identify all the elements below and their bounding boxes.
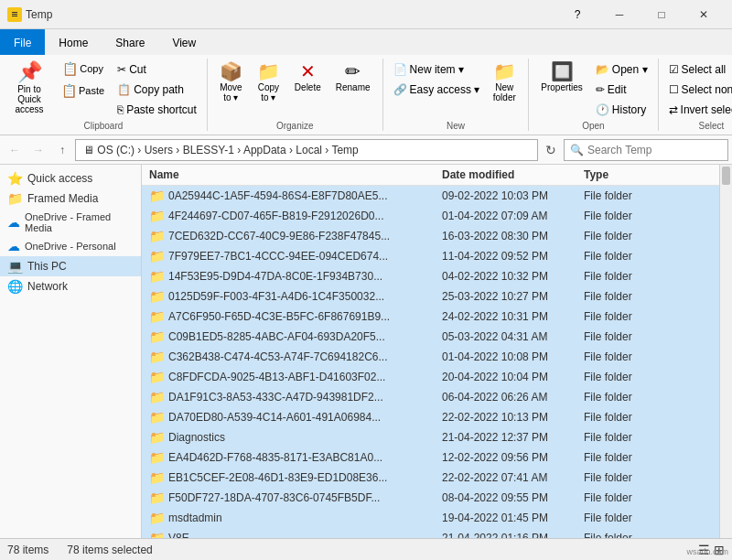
file-name: 7CED632D-CC67-40C9-9E86-F238F47845... <box>168 230 390 242</box>
table-row[interactable]: 📁 Diagnostics 21-04-2022 12:37 PM File f… <box>142 427 719 447</box>
file-rows: 📁 0A25944C-1A5F-4594-86S4-E8F7D80AE5... … <box>142 186 719 544</box>
back-button[interactable]: ← <box>4 139 26 161</box>
svg-rect-3 <box>12 12 17 13</box>
history-button[interactable]: 🕐 History <box>591 101 652 119</box>
table-row[interactable]: 📁 C8FDFCDA-9025-4B13-ABF1-D41603F02... 2… <box>142 367 719 387</box>
file-type: File folder <box>584 350 675 363</box>
new-label: New <box>447 119 465 131</box>
paste-shortcut-button[interactable]: ⎘ Paste shortcut <box>113 101 201 119</box>
table-row[interactable]: 📁 C09B1ED5-8285-4ABC-AF04-693DA20F5... 0… <box>142 327 719 347</box>
table-row[interactable]: 📁 7CED632D-CC67-40C9-9E86-F238F47845... … <box>142 226 719 246</box>
cut-icon: ✂ <box>117 63 126 76</box>
rename-button[interactable]: ✏ Rename <box>329 59 377 96</box>
copy-button[interactable]: 📋 Copy <box>55 59 111 79</box>
folder-icon: 📁 <box>149 450 165 465</box>
sidebar-item-framed-media-label: Framed Media <box>27 192 98 205</box>
forward-button[interactable]: → <box>27 139 49 161</box>
minimize-button[interactable]: ─ <box>598 0 640 29</box>
search-input[interactable] <box>587 144 722 156</box>
new-buttons: 📄 New item ▾ 🔗 Easy access ▾ 📁 Newfolder <box>389 59 523 119</box>
copy-path-button[interactable]: 📋 Copy path <box>113 81 201 99</box>
file-list-container[interactable]: Name Date modified Type Size 📁 0A25944C-… <box>142 165 719 544</box>
delete-button[interactable]: ✕ Delete <box>288 59 328 96</box>
tab-share[interactable]: Share <box>102 29 158 55</box>
scrollbar[interactable] <box>719 165 732 544</box>
folder-icon: 📁 <box>149 289 165 304</box>
table-row[interactable]: 📁 4F244697-CD07-465F-B819-F2912026D0... … <box>142 206 719 226</box>
invert-selection-button[interactable]: ⇄ Invert selection <box>664 101 732 119</box>
close-button[interactable]: ✕ <box>683 0 725 29</box>
edit-button[interactable]: ✏ Edit <box>591 81 652 99</box>
properties-button[interactable]: 🔲 Properties <box>534 59 589 96</box>
tab-file[interactable]: File <box>0 29 45 55</box>
file-name-cell: 📁 4F244697-CD07-465F-B819-F2912026D0... <box>149 209 442 223</box>
tab-home[interactable]: Home <box>45 29 102 55</box>
file-name-cell: 📁 0A25944C-1A5F-4594-86S4-E8F7D80AE5... <box>149 188 442 203</box>
file-date: 21-04-2022 12:37 PM <box>442 431 584 444</box>
table-row[interactable]: 📁 C362B438-C474-4C53-A74F-7C694182C6... … <box>142 347 719 367</box>
sidebar-item-framed-media[interactable]: 📁 Framed Media <box>0 188 141 209</box>
ribbon-group-new: 📄 New item ▾ 🔗 Easy access ▾ 📁 Newfolder… <box>383 59 530 131</box>
ribbon-group-clipboard: 📌 Pin to Quickaccess 📋 Copy 📋 Paste ✂ Cu… <box>0 59 208 131</box>
file-type: File folder <box>584 391 675 404</box>
sidebar-item-onedrive-personal-label: OneDrive - Personal <box>25 241 116 252</box>
select-none-button[interactable]: ☐ Select none <box>664 81 732 99</box>
file-type: File folder <box>584 431 675 444</box>
sidebar-item-quick-access-label: Quick access <box>27 172 92 185</box>
folder-icon: 📁 <box>149 490 165 505</box>
open-buttons: 🔲 Properties 📂 Open ▾ ✏ Edit 🕐 History <box>534 59 651 119</box>
move-to-button[interactable]: 📦 Moveto ▾ <box>213 59 249 106</box>
folder-icon: 📁 <box>149 329 165 344</box>
new-folder-button[interactable]: 📁 Newfolder <box>486 59 522 106</box>
file-date: 12-02-2022 09:56 PM <box>442 451 584 464</box>
file-date: 22-02-2022 07:41 AM <box>442 471 584 484</box>
easy-access-button[interactable]: 🔗 Easy access ▾ <box>389 81 485 99</box>
copy-to-button[interactable]: 📁 Copyto ▾ <box>251 59 286 106</box>
table-row[interactable]: 📁 7F979EE7-7BC1-4CCC-94EE-094CED674... 1… <box>142 246 719 266</box>
select-buttons: ☑ Select all ☐ Select none ⇄ Invert sele… <box>664 59 732 119</box>
paste-icon: 📋 <box>61 83 77 98</box>
file-type: File folder <box>584 270 675 283</box>
pin-icon: 📌 <box>17 62 42 82</box>
select-all-button[interactable]: ☑ Select all <box>664 60 732 79</box>
help-button[interactable]: ? <box>556 0 598 29</box>
table-row[interactable]: 📁 0A25944C-1A5F-4594-86S4-E8F7D80AE5... … <box>142 186 719 206</box>
maximize-button[interactable]: □ <box>640 0 683 29</box>
header-size[interactable]: Size <box>675 168 719 181</box>
cut-button[interactable]: ✂ Cut <box>113 60 201 79</box>
open-button[interactable]: 📂 Open ▾ <box>591 60 652 79</box>
pin-to-quick-access-button[interactable]: 📌 Pin to Quickaccess <box>5 59 53 118</box>
organize-label: Organize <box>276 119 314 131</box>
file-name-cell: 📁 14F53E95-D9D4-47DA-8C0E-1F934B730... <box>149 269 442 284</box>
header-date[interactable]: Date modified <box>442 168 584 181</box>
refresh-button[interactable]: ↻ <box>540 139 562 161</box>
table-row[interactable]: 📁 EB1C5CEF-2E08-46D1-83E9-ED1D08E36... 2… <box>142 468 719 488</box>
table-row[interactable]: 📁 0125D59F-F003-4F31-A4D6-1C4F350032... … <box>142 286 719 307</box>
copy-to-icon: 📁 <box>257 62 280 81</box>
sidebar-item-onedrive-personal[interactable]: ☁ OneDrive - Personal <box>0 236 141 256</box>
table-row[interactable]: 📁 14F53E95-D9D4-47DA-8C0E-1F934B730... 0… <box>142 266 719 286</box>
tab-view[interactable]: View <box>158 29 210 55</box>
table-row[interactable]: 📁 DA1F91C3-8A53-433C-A47D-943981DF2... 0… <box>142 387 719 407</box>
header-type[interactable]: Type <box>584 168 675 181</box>
ribbon: 📌 Pin to Quickaccess 📋 Copy 📋 Paste ✂ Cu… <box>0 55 732 135</box>
header-name[interactable]: Name <box>149 168 442 181</box>
table-row[interactable]: 📁 F50DF727-18DA-4707-83C6-0745FB5DF... 0… <box>142 488 719 508</box>
sidebar-item-this-pc[interactable]: 💻 This PC <box>0 256 141 276</box>
table-row[interactable]: 📁 DA70ED80-A539-4C14-A601-491A06984... 2… <box>142 407 719 427</box>
sidebar-item-quick-access[interactable]: ⭐ Quick access <box>0 168 141 188</box>
search-box[interactable]: 🔍 <box>564 139 728 161</box>
file-name: EB1C5CEF-2E08-46D1-83E9-ED1D08E36... <box>168 471 387 484</box>
svg-rect-2 <box>12 16 17 16</box>
table-row[interactable]: 📁 EA4D462D-F768-4835-8171-E3ABC81A0... 1… <box>142 447 719 468</box>
address-path[interactable]: 🖥 OS (C:) › Users › BLESSY-1 › AppData ›… <box>75 139 538 161</box>
paste-button[interactable]: 📋 Paste <box>55 81 111 101</box>
table-row[interactable]: 📁 msdtadmin 19-04-2022 01:45 PM File fol… <box>142 508 719 528</box>
file-date: 01-04-2022 07:09 AM <box>442 210 584 222</box>
file-name-cell: 📁 EA4D462D-F768-4835-8171-E3ABC81A0... <box>149 450 442 465</box>
sidebar-item-network[interactable]: 🌐 Network <box>0 276 141 296</box>
table-row[interactable]: 📁 A7C6F950-F65D-4C3E-B5FC-6F867691B9... … <box>142 307 719 327</box>
up-button[interactable]: ↑ <box>51 139 73 161</box>
sidebar-item-onedrive-framed[interactable]: ☁ OneDrive - Framed Media <box>0 209 141 236</box>
new-item-button[interactable]: 📄 New item ▾ <box>389 60 485 79</box>
